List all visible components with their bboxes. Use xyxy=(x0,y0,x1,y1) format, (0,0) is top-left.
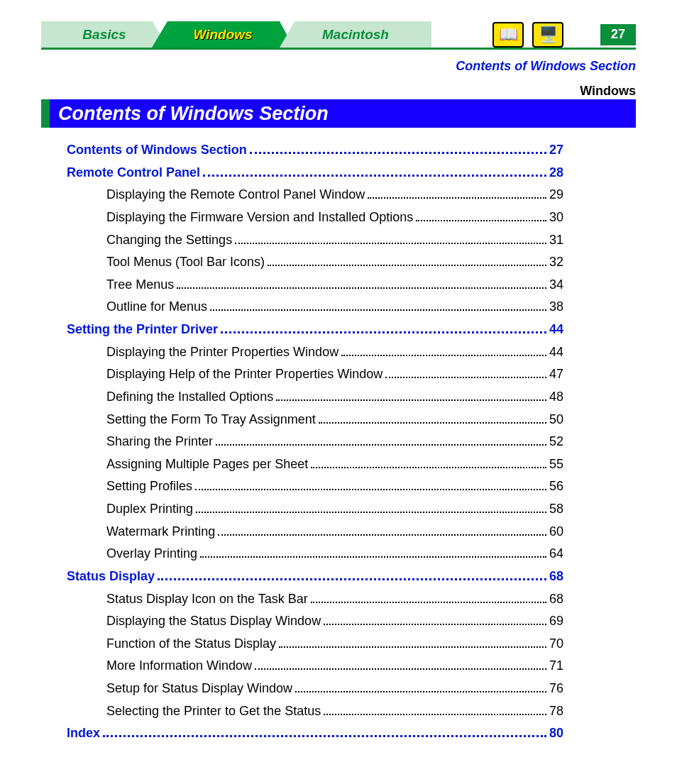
toc-leader-dots xyxy=(235,232,546,243)
toc-leader-dots xyxy=(196,502,546,513)
toc-entry-title: Displaying the Status Display Window xyxy=(106,612,321,631)
nav-icons-area: 📖 🖥️ 27 xyxy=(431,21,636,48)
toc-sub-link[interactable]: Watermark Printing60 xyxy=(67,522,563,541)
tab-basics-label: Basics xyxy=(82,27,126,43)
toc-leader-dots xyxy=(158,569,546,580)
toc-entry-title: Setting Profiles xyxy=(106,477,192,496)
toc-sub-link[interactable]: Displaying the Status Display Window69 xyxy=(67,612,563,631)
toc-sub-link[interactable]: Selecting the Printer to Get the Status7… xyxy=(67,702,563,721)
toc-leader-dots xyxy=(276,390,546,401)
toc-entry-title: Displaying the Printer Properties Window xyxy=(106,343,338,362)
toc-entry-page: 44 xyxy=(549,343,563,362)
toc-entry-title: Defining the Installed Options xyxy=(106,387,273,407)
toc-entry-page: 52 xyxy=(549,432,563,451)
toc-leader-dots xyxy=(324,614,546,625)
toc-entry-page: 78 xyxy=(549,702,563,721)
toc-leader-dots xyxy=(279,636,546,648)
toc-entry-page: 50 xyxy=(549,410,563,429)
toc-leader-dots xyxy=(210,299,546,311)
toc-entry-page: 31 xyxy=(549,231,563,250)
toc-entry-page: 64 xyxy=(549,544,563,563)
toc-entry-page: 27 xyxy=(549,140,563,160)
toc-leader-dots xyxy=(416,210,546,221)
network-icon[interactable]: 🖥️ xyxy=(532,22,563,48)
toc-sub-link[interactable]: Overlay Printing64 xyxy=(67,544,563,563)
page-number-badge: 27 xyxy=(600,24,636,45)
toc-entry-page: 55 xyxy=(549,455,563,474)
toc-entry-title: Tool Menus (Tool Bar Icons) xyxy=(106,253,265,272)
toc-entry-title: Status Display Icon on the Task Bar xyxy=(106,590,308,609)
toc-entry-page: 68 xyxy=(549,567,563,586)
toc-sub-link[interactable]: Displaying the Remote Control Panel Wind… xyxy=(67,185,563,204)
toc-entry-page: 76 xyxy=(549,679,563,698)
toc-section-link[interactable]: Setting the Printer Driver44 xyxy=(67,320,563,339)
toc-sub-link[interactable]: Status Display Icon on the Task Bar68 xyxy=(67,590,563,609)
toc-entry-title: Displaying the Remote Control Panel Wind… xyxy=(106,185,365,204)
toc-entry-title: More Information Window xyxy=(106,656,252,675)
toc-entry-page: 29 xyxy=(549,185,563,204)
toc-leader-dots xyxy=(311,591,546,602)
toc-entry-page: 47 xyxy=(549,365,563,384)
toc-leader-dots xyxy=(103,726,546,737)
toc-entry-page: 58 xyxy=(549,499,563,519)
toc-leader-dots xyxy=(216,434,546,446)
table-of-contents: Contents of Windows Section27Remote Cont… xyxy=(67,140,563,746)
toc-entry-title: Outline for Menus xyxy=(106,297,207,316)
toc-leader-dots xyxy=(268,255,546,266)
toc-sub-link[interactable]: Setting Profiles56 xyxy=(67,477,563,496)
toc-entry-page: 38 xyxy=(549,297,563,316)
toc-sub-link[interactable]: Displaying the Printer Properties Window… xyxy=(67,343,563,362)
toc-entry-title: Tree Menus xyxy=(106,275,174,294)
toc-sub-link[interactable]: Function of the Status Display70 xyxy=(67,634,563,653)
toc-leader-dots xyxy=(324,703,546,714)
toc-entry-title: Assigning Multiple Pages per Sheet xyxy=(106,455,308,474)
tab-basics[interactable]: Basics xyxy=(41,21,167,48)
toc-entry-page: 60 xyxy=(549,522,563,541)
toc-sub-link[interactable]: Tree Menus34 xyxy=(67,275,563,294)
toc-sub-link[interactable]: More Information Window71 xyxy=(67,656,563,675)
toc-entry-title: Displaying Help of the Printer Propertie… xyxy=(106,365,382,384)
toc-sub-link[interactable]: Displaying Help of the Printer Propertie… xyxy=(67,365,563,384)
toc-entry-title: Selecting the Printer to Get the Status xyxy=(106,702,321,721)
toc-entry-page: 34 xyxy=(549,275,563,294)
nav-bar: Basics Windows Macintosh 📖 🖥️ 27 xyxy=(41,21,636,50)
toc-leader-dots xyxy=(200,546,546,558)
toc-sub-link[interactable]: Sharing the Printer52 xyxy=(67,432,563,451)
toc-sub-link[interactable]: Outline for Menus38 xyxy=(67,297,563,316)
toc-leader-dots xyxy=(385,367,546,378)
toc-sub-link[interactable]: Defining the Installed Options48 xyxy=(67,387,563,407)
book-icon[interactable]: 📖 xyxy=(492,22,524,48)
toc-entry-title: Setting the Form To Tray Assignment xyxy=(106,410,316,429)
toc-leader-dots xyxy=(177,277,546,289)
toc-section-link[interactable]: Remote Control Panel28 xyxy=(67,163,563,182)
toc-entry-title: Setting the Printer Driver xyxy=(67,320,218,339)
toc-entry-title: Sharing the Printer xyxy=(106,432,213,451)
toc-leader-dots xyxy=(319,412,546,423)
toc-sub-link[interactable]: Changing the Settings31 xyxy=(67,231,563,250)
toc-sub-link[interactable]: Tool Menus (Tool Bar Icons)32 xyxy=(67,253,563,272)
toc-entry-title: Index xyxy=(67,724,100,743)
toc-entry-title: Function of the Status Display xyxy=(106,634,276,653)
tab-macintosh-label: Macintosh xyxy=(322,27,389,43)
toc-entry-page: 44 xyxy=(549,320,563,339)
toc-section-link[interactable]: Contents of Windows Section27 xyxy=(67,140,563,160)
toc-sub-link[interactable]: Duplex Printing58 xyxy=(67,499,563,519)
toc-sub-link[interactable]: Assigning Multiple Pages per Sheet55 xyxy=(67,455,563,474)
toc-leader-dots xyxy=(218,524,546,535)
toc-sub-link[interactable]: Setup for Status Display Window76 xyxy=(67,679,563,698)
toc-sub-link[interactable]: Displaying the Firmware Version and Inst… xyxy=(67,208,563,227)
toc-entry-page: 70 xyxy=(549,634,563,653)
toc-entry-page: 80 xyxy=(549,724,563,743)
tab-windows-label: Windows xyxy=(193,27,252,43)
tab-windows[interactable]: Windows xyxy=(152,21,294,48)
toc-leader-dots xyxy=(221,322,546,333)
toc-section-link[interactable]: Index80 xyxy=(67,724,563,743)
breadcrumb[interactable]: Contents of Windows Section xyxy=(456,59,636,74)
toc-section-link[interactable]: Status Display68 xyxy=(67,567,563,586)
toc-sub-link[interactable]: Setting the Form To Tray Assignment50 xyxy=(67,410,563,429)
section-label: Windows xyxy=(580,84,636,99)
toc-entry-page: 48 xyxy=(549,387,563,407)
tab-macintosh[interactable]: Macintosh xyxy=(280,21,431,48)
toc-entry-page: 69 xyxy=(549,612,563,631)
toc-entry-title: Overlay Printing xyxy=(106,544,197,563)
